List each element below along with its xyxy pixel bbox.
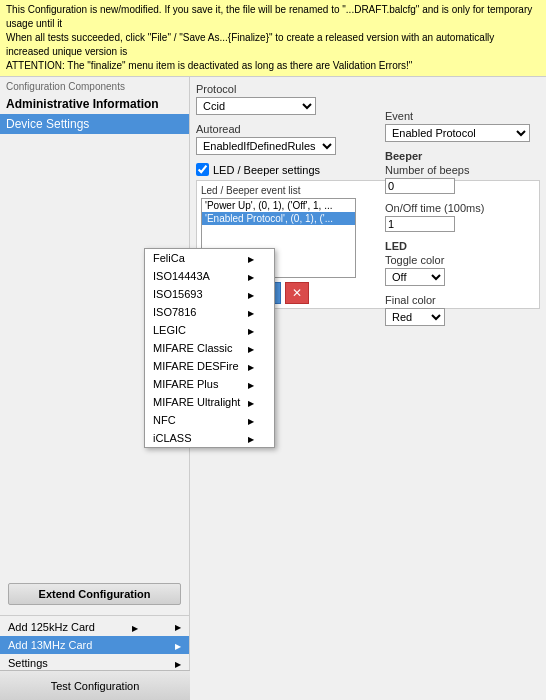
divider1 — [0, 615, 189, 616]
num-beeps-group: Number of beeps 0 — [385, 164, 540, 194]
final-color-group: Final color Red — [385, 294, 540, 326]
onoff-time-label: On/Off time (100ms) — [385, 202, 540, 214]
final-color-select[interactable]: Red — [385, 308, 445, 326]
submenu-iso15693-label: ISO15693 — [153, 288, 203, 300]
submenu-iso14443a[interactable]: ISO14443A — [145, 267, 274, 285]
onoff-time-group: On/Off time (100ms) 1 — [385, 202, 540, 232]
event-select[interactable]: Enabled Protocol — [385, 124, 530, 142]
submenu-legic[interactable]: LEGIC — [145, 321, 274, 339]
protocol-label: Protocol — [196, 83, 540, 95]
submenu-mifare-classic-label: MIFARE Classic — [153, 342, 232, 354]
warning-line2: When all tests succeeded, click "File" /… — [6, 31, 540, 59]
submenu-mifare-ultralight-arrow-icon — [240, 396, 254, 408]
add-13mhz-label: Add 13MHz Card — [8, 639, 92, 651]
submenu-iso7816-label: ISO7816 — [153, 306, 196, 318]
warning-line1: This Configuration is new/modified. If y… — [6, 3, 540, 31]
num-beeps-input[interactable]: 0 — [385, 178, 455, 194]
submenu-mifare-desfire-arrow-icon — [240, 360, 254, 372]
submenu-nfc-arrow-icon — [240, 414, 254, 426]
submenu-iso15693-arrow-icon — [240, 288, 254, 300]
submenu-felica[interactable]: FeliCa — [145, 249, 274, 267]
submenu-mifare-plus-label: MIFARE Plus — [153, 378, 218, 390]
event-group: Event Enabled Protocol — [385, 110, 540, 142]
list-remove-button[interactable]: ✕ — [285, 282, 309, 304]
submenu-iclass[interactable]: iCLASS — [145, 429, 274, 447]
test-configuration-label: Test Configuration — [51, 680, 140, 692]
test-configuration-button[interactable]: Test Configuration — [0, 670, 190, 700]
submenu-mifare-plus-arrow-icon — [240, 378, 254, 390]
protocol-select[interactable]: Ccid — [196, 97, 316, 115]
led-section-header: LED — [385, 240, 540, 252]
settings-arrow-icon — [175, 657, 181, 669]
add-13mhz-arrow-icon — [175, 639, 181, 651]
submenu-mifare-plus[interactable]: MIFARE Plus — [145, 375, 274, 393]
led-beeper-checkbox[interactable] — [196, 163, 209, 176]
submenu-mifare-classic[interactable]: MIFARE Classic — [145, 339, 274, 357]
add-13mhz-menu-item[interactable]: Add 13MHz Card — [0, 636, 189, 654]
submenu-mifare-desfire[interactable]: MIFARE DESFire — [145, 357, 274, 375]
autoread-select[interactable]: EnabledIfDefinedRules — [196, 137, 336, 155]
submenu-felica-arrow-icon — [240, 252, 254, 264]
warning-line3: ATTENTION: The "finalize" menu item is d… — [6, 59, 540, 73]
submenu-iclass-arrow-icon — [240, 432, 254, 444]
submenu-iclass-label: iCLASS — [153, 432, 192, 444]
beeper-section-header: Beeper — [385, 150, 540, 162]
submenu-iso7816[interactable]: ISO7816 — [145, 303, 274, 321]
submenu-mifare-ultralight-label: MIFARE Ultralight — [153, 396, 240, 408]
event-list-item-0[interactable]: 'Power Up', (0, 1), ('Off', 1, ... — [202, 199, 355, 212]
submenu-nfc[interactable]: NFC — [145, 411, 274, 429]
event-label: Event — [385, 110, 540, 122]
submenu-mifare-classic-arrow-icon — [240, 342, 254, 354]
add-125khz-menu-item[interactable]: Add 125kHz Card — [0, 618, 189, 636]
toggle-color-select[interactable]: Off — [385, 268, 445, 286]
submenu-iso14443a-arrow-icon — [240, 270, 254, 282]
submenu-iso15693[interactable]: ISO15693 — [145, 285, 274, 303]
final-color-label: Final color — [385, 294, 540, 306]
onoff-time-input[interactable]: 1 — [385, 216, 455, 232]
admin-info-item[interactable]: Administrative Information — [0, 94, 189, 114]
toggle-color-label: Toggle color — [385, 254, 540, 266]
event-side-panel: Event Enabled Protocol Beeper Number of … — [385, 110, 540, 334]
event-list-item-1[interactable]: 'Enabled Protocol', (0, 1), ('... — [202, 212, 355, 225]
settings-label: Settings — [8, 657, 48, 669]
submenu-felica-label: FeliCa — [153, 252, 185, 264]
submenu-mifare-desfire-label: MIFARE DESFire — [153, 360, 239, 372]
add-125khz-label: Add 125kHz Card — [8, 621, 95, 633]
submenu-legic-label: LEGIC — [153, 324, 186, 336]
warning-banner: This Configuration is new/modified. If y… — [0, 0, 546, 77]
submenu-legic-arrow-icon — [240, 324, 254, 336]
config-components-title: Configuration Components — [0, 77, 189, 94]
submenu-iso7816-arrow-icon — [240, 306, 254, 318]
add-13mhz-submenu: FeliCa ISO14443A ISO15693 ISO7816 LEGIC … — [144, 248, 275, 448]
led-beeper-label: LED / Beeper settings — [213, 164, 320, 176]
submenu-iso14443a-label: ISO14443A — [153, 270, 210, 282]
device-settings-item[interactable]: Device Settings — [0, 114, 189, 134]
submenu-mifare-ultralight[interactable]: MIFARE Ultralight — [145, 393, 274, 411]
extend-configuration-button[interactable]: Extend Configuration — [8, 583, 181, 605]
toggle-color-group: Toggle color Off — [385, 254, 540, 286]
submenu-nfc-label: NFC — [153, 414, 176, 426]
num-beeps-label: Number of beeps — [385, 164, 540, 176]
add-125khz-arrow-icon — [132, 621, 138, 633]
